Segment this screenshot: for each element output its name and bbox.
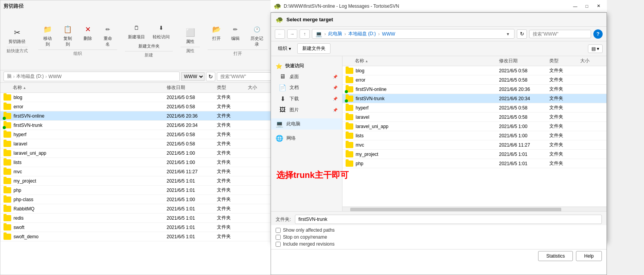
dialog-path-crumb2[interactable]: 本地磁盘 (D:) (348, 31, 376, 37)
dialog-file-row[interactable]: php 2021/6/5 1:01 文件夹 (342, 159, 607, 168)
filename-label: 文件夹: (276, 216, 291, 223)
explorer-file-row[interactable]: redis 2021/6/5 1:01 文件夹 (0, 214, 274, 223)
dialog-file-name-cell: laravel (346, 114, 499, 120)
sidebar-item-downloads[interactable]: ⬇ 下载 📌 (271, 93, 342, 104)
dialog-col-header-size[interactable]: 大小 (580, 58, 603, 64)
dialog-refresh-button[interactable]: ↻ (517, 29, 527, 39)
explorer-file-row[interactable]: firstSVN-online 2021/6/6 20:36 文件夹 (0, 111, 274, 121)
dialog-new-folder-button[interactable]: 新建文件夹 (297, 43, 331, 54)
col-header-type[interactable]: 类型 (217, 84, 248, 91)
org-button[interactable]: 组织 ▾ (275, 44, 294, 53)
dialog-search-input[interactable] (529, 30, 591, 38)
explorer-file-row[interactable]: error 2021/6/5 0:58 文件夹 (0, 102, 274, 111)
properties-button[interactable]: ⬜ 属性 (181, 26, 200, 46)
explorer-file-row[interactable]: mvc 2021/6/6 11:27 文件夹 (0, 167, 274, 176)
file-name: hyperf (14, 132, 26, 137)
path-crumb1[interactable]: 脑 (7, 73, 12, 80)
dialog-file-row[interactable]: blog 2021/6/5 0:58 文件夹 (342, 66, 607, 75)
dialog-path-crumb3[interactable]: WWW (382, 31, 395, 37)
explorer-file-row[interactable]: swoft 2021/6/5 1:01 文件夹 (0, 223, 274, 232)
explorer-file-row[interactable]: php 2021/6/5 1:01 文件夹 (0, 186, 274, 195)
dialog-file-row[interactable]: mvc 2021/6/6 11:27 文件夹 (342, 140, 607, 150)
dialog-file-row[interactable]: laravel 2021/6/5 0:58 文件夹 (342, 113, 607, 122)
dialog-col-header-name[interactable]: 名称 ▲ (355, 58, 499, 64)
explorer-refresh-button[interactable]: ↻ (206, 72, 215, 81)
explorer-path[interactable]: 脑 › 本地磁盘 (D:) › WWW (3, 72, 180, 81)
sidebar-item-network[interactable]: 🌐 网络 (271, 133, 342, 144)
dialog-file-row[interactable]: error 2021/6/5 0:58 文件夹 (342, 75, 607, 85)
explorer-file-row[interactable]: laravel 2021/6/5 0:58 文件夹 (0, 139, 274, 149)
explorer-file-row[interactable]: laravel_uni_app 2021/6/5 1:00 文件夹 (0, 149, 274, 158)
explorer-file-row[interactable]: hyperf 2021/6/5 0:58 文件夹 (0, 130, 274, 139)
rename-button[interactable]: ✏ 重命名 (99, 22, 117, 49)
sidebar-item-documents[interactable]: 📄 文档 📌 (271, 82, 342, 93)
svn-indicator (3, 117, 6, 120)
dialog-file-name: blog (356, 68, 365, 73)
include-merged-revisions-checkbox[interactable] (276, 242, 281, 247)
col-header-size[interactable]: 大小 (248, 84, 271, 91)
folder-icon-wrapper (3, 169, 11, 175)
sidebar-item-pictures[interactable]: 🖼 图片 📌 (271, 104, 342, 115)
edit-button[interactable]: ✏ 编辑 (227, 22, 245, 49)
move-button[interactable]: 📁 移动到 (38, 22, 57, 49)
sidebar-item-desktop[interactable]: 🖥 桌面 📌 (271, 71, 342, 82)
explorer-file-row[interactable]: my_project 2021/6/5 1:01 文件夹 (0, 176, 274, 186)
dialog-file-row[interactable]: firstSVN-online 2021/6/6 20:36 文件夹 (342, 85, 607, 94)
explorer-file-row[interactable]: lists 2021/6/5 1:00 文件夹 (0, 158, 274, 167)
help-button[interactable]: Help (576, 251, 602, 261)
open-button[interactable]: 📂 打开 (208, 22, 225, 49)
address-dropdown-icon[interactable]: ▾ (505, 31, 511, 37)
maximize-button[interactable]: □ (581, 2, 592, 10)
copy-button[interactable]: 📋 复制到 (58, 22, 77, 49)
dialog-scrollbar[interactable] (342, 207, 607, 211)
dialog-file-row[interactable]: my_project 2021/6/5 1:01 文件夹 (342, 150, 607, 159)
second-window-title: 🐢 D:\WWW\firstSVN-online - Log Messages … (274, 2, 399, 10)
help-circle-button[interactable]: ? (593, 29, 603, 39)
nav-forward-button[interactable]: → (287, 29, 297, 39)
minimize-button[interactable]: — (570, 2, 581, 10)
history-button[interactable]: 🕐 历史记录 (246, 22, 268, 49)
dialog-file-row[interactable]: firstSVN-trunk 2021/6/6 20:34 文件夹 (342, 94, 607, 103)
path-crumb3[interactable]: WWW (48, 74, 61, 79)
path-dropdown[interactable]: WWW (181, 72, 204, 81)
scrollbar-thumb[interactable] (350, 208, 561, 211)
nav-back-button[interactable]: ← (275, 29, 285, 39)
close-button[interactable]: ✕ (593, 2, 604, 10)
view-mode-button[interactable]: ▤ ▾ (588, 44, 603, 53)
cut-path-button[interactable]: ✂ 剪切路径 (3, 26, 31, 46)
explorer-search-input[interactable] (217, 72, 271, 81)
new-folder-button[interactable]: 新建文件夹 (126, 42, 172, 50)
explorer-file-row[interactable]: swoft_demo 2021/6/5 1:01 文件夹 (0, 232, 274, 241)
sidebar-item-quick-access[interactable]: ⭐ 快速访问 (271, 61, 342, 71)
dialog-path-crumb1[interactable]: 此电脑 (328, 31, 342, 37)
new-item-button[interactable]: 🗒 新建项目 (125, 21, 148, 41)
nav-up-button[interactable]: ↑ (300, 29, 310, 39)
explorer-file-list[interactable]: blog 2021/6/5 0:58 文件夹 error 2021/6/5 0:… (0, 93, 274, 275)
toolbar-group-paste: ✂ 剪切路径 贴快捷方式 (3, 26, 31, 55)
easy-access-button[interactable]: ⬇ 轻松访问 (150, 21, 173, 41)
explorer-file-row[interactable]: php-class 2021/6/5 1:00 文件夹 (0, 195, 274, 204)
dialog-col-header-type[interactable]: 类型 (549, 58, 580, 64)
show-affected-paths-checkbox[interactable] (276, 228, 281, 233)
documents-icon: 📄 (279, 84, 286, 91)
dialog-file-row[interactable]: lists 2021/6/5 1:00 文件夹 (342, 131, 607, 140)
statistics-button[interactable]: Statistics (538, 251, 573, 261)
edit-icon: ✏ (229, 24, 242, 35)
col-header-name[interactable]: 名称 ▲ (13, 84, 167, 91)
explorer-file-row[interactable]: blog 2021/6/5 0:58 文件夹 (0, 93, 274, 102)
stop-on-copy-checkbox[interactable] (276, 235, 281, 240)
dialog-folder-icon (346, 133, 353, 139)
dialog-address-bar[interactable]: 💻 › 此电脑 › 本地磁盘 (D:) › WWW ▾ (312, 29, 515, 39)
dialog-file-row[interactable]: hyperf 2021/6/5 0:58 文件夹 (342, 103, 607, 113)
dialog-file-list[interactable]: blog 2021/6/5 0:58 文件夹 error 2021/6/5 0:… (342, 66, 607, 207)
file-name-cell: redis (3, 215, 167, 221)
dialog-col-header-modified[interactable]: 修改日期 (499, 58, 549, 64)
explorer-file-row[interactable]: firstSVN-trunk 2021/6/6 20:34 文件夹 (0, 121, 274, 130)
dialog-file-row[interactable]: laravel_uni_app 2021/6/5 1:00 文件夹 (342, 122, 607, 131)
filename-input[interactable] (295, 215, 602, 224)
path-crumb2[interactable]: 本地磁盘 (D:) (16, 73, 44, 80)
explorer-file-row[interactable]: RabbitMQ 2021/6/5 1:01 文件夹 (0, 204, 274, 214)
col-header-modified[interactable]: 修改日期 (167, 84, 217, 91)
delete-button[interactable]: ✕ 删除 (79, 22, 97, 49)
sidebar-item-this-pc[interactable]: 💻 此电脑 (271, 118, 342, 130)
